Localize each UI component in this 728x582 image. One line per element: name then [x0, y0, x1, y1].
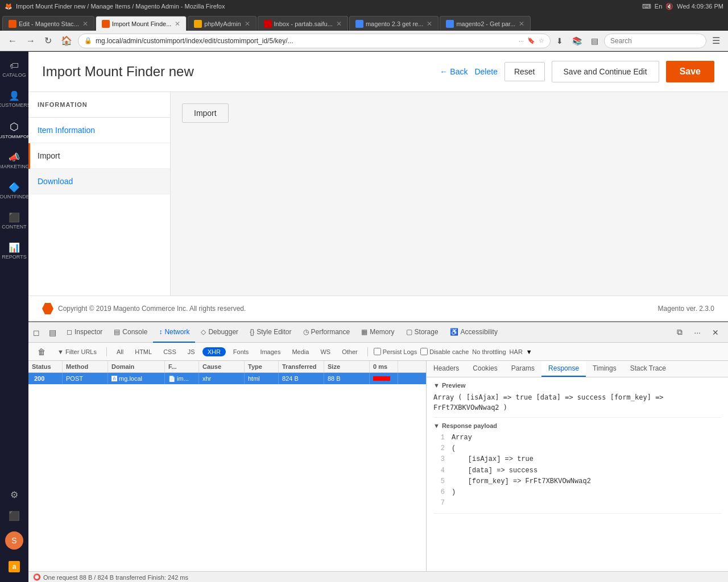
tab-4-label: Inbox - partab.saifu...: [274, 20, 333, 27]
throttle-button[interactable]: No throttling: [472, 348, 506, 355]
tab-1-icon: [9, 20, 16, 28]
back-button[interactable]: ←: [5, 35, 20, 47]
devtools-tab-debugger[interactable]: ◇ Debugger: [195, 322, 244, 343]
devtools-pick-icon[interactable]: ◻: [28, 322, 44, 343]
save-continue-button[interactable]: Save and Continue Edit: [552, 61, 659, 82]
tab-4[interactable]: Inbox - partab.saifu... ✕: [258, 16, 348, 31]
panel-item-download[interactable]: Download: [28, 169, 170, 194]
devtools-tab-style-editor[interactable]: {} Style Editor: [244, 322, 297, 343]
forward-button[interactable]: →: [23, 35, 39, 47]
inspector-label: Inspector: [75, 328, 102, 336]
detail-tab-stack-trace[interactable]: Stack Trace: [623, 361, 673, 377]
devtools-tab-accessibility[interactable]: ♿ Accessibility: [444, 322, 503, 343]
filter-other[interactable]: Other: [338, 347, 362, 357]
sidebar-item-notification[interactable]: S: [3, 527, 26, 556]
sidebar-item-settings[interactable]: ⚙: [3, 485, 26, 506]
back-button[interactable]: ← Back: [440, 67, 468, 76]
reload-button[interactable]: ↻: [41, 34, 55, 47]
sidebar-item-customimport[interactable]: ⬡ CUSTOMIMPORT: [0, 116, 28, 144]
detail-tab-response[interactable]: Response: [541, 361, 586, 377]
network-row[interactable]: 200 POST 🅰 mg.local 📄 im... xhr html: [28, 373, 426, 384]
persist-logs-label[interactable]: Persist Logs: [374, 348, 417, 355]
tab-5-label: magento 2.3 get re...: [366, 20, 424, 27]
devtools-tab-network[interactable]: ↕ Network: [153, 322, 195, 343]
search-input[interactable]: [604, 34, 706, 48]
sidebar-item-customers[interactable]: 👤 CUSTOMERS: [0, 86, 28, 113]
devtools-tab-performance[interactable]: ◷ Performance: [297, 322, 356, 343]
preview-toggle-icon[interactable]: ▼: [433, 382, 440, 389]
td-file: 📄 im...: [165, 373, 199, 384]
devtools-tab-memory[interactable]: ▦ Memory: [355, 322, 400, 343]
bookmark-icon: 🔖: [527, 37, 535, 44]
devtools-tab-storage[interactable]: ▢ Storage: [400, 322, 444, 343]
filter-xhr[interactable]: XHR: [202, 347, 226, 356]
clear-requests-button[interactable]: 🗑: [33, 342, 50, 362]
devtools-dock-icon[interactable]: ⧉: [672, 322, 687, 343]
style-editor-icon: {}: [250, 328, 254, 336]
network-content: Status Method Domain F... Cause Type Tra…: [28, 361, 728, 571]
tab-1-close[interactable]: ✕: [82, 20, 88, 28]
detail-tabs: Headers Cookies Params Response Timings …: [427, 361, 728, 377]
detail-tab-headers[interactable]: Headers: [427, 361, 466, 377]
filter-all[interactable]: All: [113, 347, 127, 357]
panel-item-import[interactable]: Import: [28, 143, 170, 169]
filter-js[interactable]: JS: [184, 347, 199, 357]
payload-toggle-icon[interactable]: ▼: [433, 422, 440, 429]
sidebar-item-marketing[interactable]: 📣 MARKETING: [0, 147, 28, 174]
devtools-console-icon[interactable]: ▤: [44, 322, 61, 343]
sidebar-item-catalog[interactable]: 🏷 CATALOG: [0, 56, 28, 82]
debugger-label: Debugger: [208, 328, 238, 336]
har-label[interactable]: HAR: [510, 348, 523, 355]
tab-2[interactable]: Import Mount Finde... ✕: [96, 16, 187, 31]
tab-3-close[interactable]: ✕: [245, 20, 250, 28]
devtools-tab-inspector[interactable]: ◻ Inspector: [61, 322, 108, 343]
sidebar-item-reports[interactable]: 📊 REPORTS: [0, 238, 28, 264]
browser-icon: 🦊: [5, 3, 13, 10]
sidebar-item-bottom[interactable]: a: [3, 556, 26, 578]
download-nav-icon[interactable]: ⬇: [553, 35, 566, 47]
tab-5[interactable]: magento 2.3 get re... ✕: [349, 16, 439, 31]
filter-fonts[interactable]: Fonts: [229, 347, 253, 357]
lock-icon: 🔒: [84, 37, 92, 44]
disable-cache-checkbox[interactable]: [420, 348, 428, 355]
filter-html[interactable]: HTML: [131, 347, 156, 357]
import-button[interactable]: Import: [182, 103, 229, 123]
devtools-more-icon[interactable]: ···: [689, 322, 705, 343]
sidebar-item-terminal[interactable]: ⬛: [3, 506, 26, 527]
tab-1[interactable]: Edit - Magento Stac... ✕: [2, 16, 94, 31]
devtools-close-icon[interactable]: ✕: [708, 322, 723, 343]
tab-4-close[interactable]: ✕: [336, 20, 342, 28]
reader-view-icon[interactable]: ▤: [588, 35, 602, 47]
tab-2-close[interactable]: ✕: [175, 20, 180, 28]
delete-button[interactable]: Delete: [474, 67, 497, 76]
detail-tab-params[interactable]: Params: [504, 361, 541, 377]
tab-6[interactable]: magento2 - Get par... ✕: [440, 16, 531, 31]
sidebar-item-mountfinder[interactable]: 🔷 MOUNTFINDER: [0, 177, 28, 204]
save-button[interactable]: Save: [666, 61, 714, 82]
filter-css[interactable]: CSS: [159, 347, 180, 357]
sidebar-item-content[interactable]: ⬛ CONTENT: [0, 207, 28, 234]
tab-6-close[interactable]: ✕: [519, 20, 524, 28]
filter-images[interactable]: Images: [256, 347, 284, 357]
line-content-4: [data] => success: [452, 465, 537, 476]
magento-logo-icon: [42, 303, 53, 314]
library-icon[interactable]: 📚: [569, 35, 585, 47]
detail-tab-cookies[interactable]: Cookies: [466, 361, 504, 377]
filter-toggle-button[interactable]: ▼ Filter URLs: [53, 347, 101, 357]
filter-ws[interactable]: WS: [316, 347, 334, 357]
devtools-tab-console[interactable]: ▤ Console: [108, 322, 153, 343]
persist-logs-checkbox[interactable]: [374, 348, 381, 355]
menu-button[interactable]: ☰: [709, 34, 723, 47]
har-dropdown-icon[interactable]: ▼: [526, 348, 532, 355]
tab-3[interactable]: phpMyAdmin ✕: [188, 16, 256, 31]
disable-cache-label[interactable]: Disable cache: [420, 348, 469, 355]
reset-button[interactable]: Reset: [504, 62, 545, 81]
volume-icon: 🔇: [665, 3, 673, 10]
filter-media[interactable]: Media: [288, 347, 313, 357]
panel-item-item-info[interactable]: Item Information: [28, 118, 170, 143]
home-button[interactable]: 🏠: [57, 34, 76, 47]
tab-5-close[interactable]: ✕: [427, 20, 432, 28]
address-bar[interactable]: 🔒 mg.local/admin/customimport/index/edit…: [78, 34, 551, 48]
code-line-3: 3 [isAjax] => true: [433, 454, 721, 465]
detail-tab-timings[interactable]: Timings: [586, 361, 623, 377]
